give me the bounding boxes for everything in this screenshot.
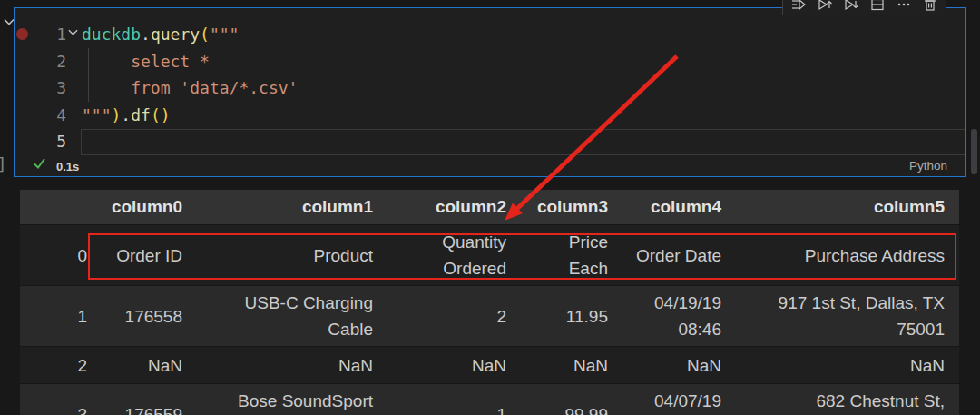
table-cell: 99.99 <box>512 384 613 415</box>
code-token: df <box>131 105 151 124</box>
code-token: query <box>151 25 200 44</box>
table-cell: 04/19/19 08:46 <box>613 286 727 347</box>
table-cell: 682 Chestnut St, <box>727 384 959 415</box>
code-line[interactable]: 5 <box>15 128 965 154</box>
table-cell: NaN <box>727 347 959 384</box>
code-text: duckdb.query(""" <box>82 21 239 47</box>
code-line[interactable]: 4""").df() <box>15 102 965 128</box>
code-token: duckdb <box>82 25 141 44</box>
code-text: """).df() <box>82 102 171 128</box>
code-line[interactable]: 1duckdb.query(""" <box>15 21 965 47</box>
table-cell: Purchase Address <box>727 225 959 286</box>
execution-count-bracket: ] <box>0 155 6 173</box>
vscode-notebook: { "colors": { "pageBg": "#181818", "cell… <box>0 0 980 415</box>
table-row: 3176559Bose SoundSport 199.9904/07/19 68… <box>20 384 959 415</box>
table-cell: Order Date <box>613 225 727 286</box>
run-by-line-icon[interactable] <box>790 0 807 13</box>
column-header: column2 <box>378 190 512 225</box>
table-cell: USB-C Charging Cable <box>188 286 378 347</box>
row-index: 1 <box>20 286 93 347</box>
code-token: ) <box>112 105 122 124</box>
table-cell: 11.95 <box>512 286 613 347</box>
table-cell: Quantity Ordered <box>378 225 512 286</box>
code-token: ( <box>151 105 161 124</box>
table-cell: NaN <box>613 347 727 384</box>
table-cell: 2 <box>378 286 512 347</box>
table-cell: 176559 <box>93 384 188 415</box>
table-row: 0Order IDProductQuantity OrderedPrice Ea… <box>20 225 959 286</box>
row-index: 0 <box>20 225 93 286</box>
table-cell: NaN <box>378 347 512 384</box>
code-token: ) <box>161 105 171 124</box>
table-cell: 917 1st St, Dallas, TX 75001 <box>727 286 959 347</box>
column-header: column4 <box>613 190 727 225</box>
code-text: select * <box>82 48 210 74</box>
execution-success-check-icon <box>32 155 47 174</box>
table-row: 1176558USB-C Charging Cable211.9504/19/1… <box>20 286 959 347</box>
column-header: column3 <box>512 190 613 225</box>
code-token: . <box>141 25 151 44</box>
table-header-row: column0column1column2column3column4colum… <box>20 190 959 225</box>
line-number: 5 <box>15 128 66 154</box>
table-cell: Price Each <box>512 225 613 286</box>
execute-below-icon[interactable] <box>843 0 859 13</box>
table-cell: Bose SoundSport <box>188 384 378 415</box>
index-column-header <box>20 190 93 225</box>
table-cell: Order ID <box>93 225 188 286</box>
code-token: . <box>121 105 131 124</box>
column-header: column5 <box>727 190 959 225</box>
more-actions-icon[interactable] <box>896 0 912 13</box>
column-header: column1 <box>188 190 378 225</box>
cell-toolbar <box>782 0 946 15</box>
cell-language-picker[interactable]: Python <box>909 159 947 173</box>
execute-above-icon[interactable] <box>817 0 833 13</box>
code-token: """ <box>210 25 240 44</box>
table-cell: 1 <box>378 384 512 415</box>
code-text: from 'data/*.csv' <box>82 74 298 101</box>
scrollbar[interactable] <box>971 129 977 174</box>
execution-duration: 0.1s <box>56 160 79 173</box>
code-token: from 'data/*.csv' <box>82 78 298 97</box>
code-token: ( <box>200 25 210 44</box>
table-cell: NaN <box>188 347 378 384</box>
delete-cell-icon[interactable] <box>922 0 938 13</box>
table-cell: 04/07/19 <box>613 384 727 415</box>
code-token: """ <box>82 105 112 124</box>
table-cell: NaN <box>512 347 613 384</box>
table-cell: 176558 <box>93 286 188 347</box>
line-number: 2 <box>15 48 66 74</box>
table-cell: Product <box>188 225 378 286</box>
row-index: 3 <box>20 384 93 415</box>
table-cell: NaN <box>93 347 188 384</box>
row-index: 2 <box>20 347 93 384</box>
notebook-code-cell[interactable]: 1duckdb.query("""2 select *3 from 'data/… <box>14 7 966 177</box>
line-number: 3 <box>15 74 66 101</box>
line-number: 4 <box>15 102 66 128</box>
code-line[interactable]: 3 from 'data/*.csv' <box>15 74 965 101</box>
table-row: 2NaNNaNNaNNaNNaNNaN <box>20 347 959 384</box>
dataframe-output-table: column0column1column2column3column4colum… <box>20 190 959 415</box>
line-number: 1 <box>15 21 66 47</box>
code-token: select * <box>82 52 210 71</box>
split-cell-icon[interactable] <box>869 0 886 13</box>
column-header: column0 <box>93 190 188 225</box>
code-line[interactable]: 2 select * <box>15 48 965 74</box>
